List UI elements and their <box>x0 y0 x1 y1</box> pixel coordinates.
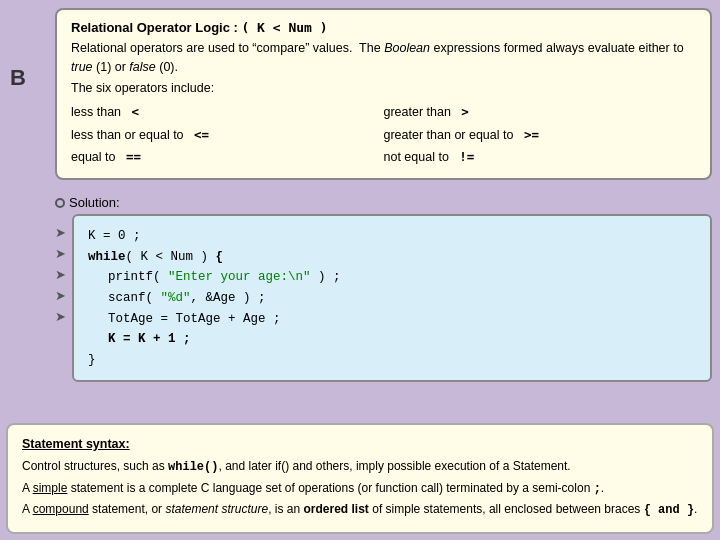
relational-title-text: Relational Operator Logic : <box>71 20 241 35</box>
code-line-2: while( K < Num ) { <box>88 247 696 268</box>
op-less-than-equal: less than or equal to <= <box>71 124 384 146</box>
code-section: Solution: ➤ ➤ ➤ ➤ ➤ ➤ K = 0 ; while( K <… <box>55 195 712 382</box>
brace-symbols: { and } <box>644 503 694 517</box>
relational-title: Relational Operator Logic : ( K < Num ) <box>71 20 696 35</box>
true-word: true <box>71 60 93 74</box>
op-greater-than: greater than > <box>384 101 697 123</box>
solution-bullet <box>55 198 65 208</box>
simple-underline: simple <box>33 481 68 495</box>
op-not-equal: not equal to != <box>384 146 697 168</box>
arrow-3: ➤ <box>55 264 66 285</box>
syntax-line-1: Control structures, such as while(), and… <box>22 457 698 477</box>
ordered-list-bold: ordered list <box>304 502 369 516</box>
operators-table: less than < greater than > less than or … <box>71 101 696 168</box>
relational-title-code: ( K < Num ) <box>241 20 327 35</box>
code-line-1: K = 0 ; <box>88 226 696 247</box>
code-line-6: K = K + 1 ; <box>88 329 696 350</box>
syntax-title: Statement syntax: <box>22 435 698 454</box>
code-area: ➤ ➤ ➤ ➤ ➤ ➤ K = 0 ; while( K < Num ) { p… <box>55 214 712 382</box>
solution-text2: tion: <box>95 195 120 210</box>
code-line-5: TotAge = TotAge + Age ; <box>88 309 696 330</box>
code-line-7: } <box>88 350 696 371</box>
code-line-3: printf( "Enter your age:\n" ) ; <box>88 267 696 288</box>
relational-operator-box: Relational Operator Logic : ( K < Num ) … <box>55 8 712 180</box>
arrow-4: ➤ <box>55 285 66 306</box>
arrows-column: ➤ ➤ ➤ ➤ ➤ ➤ <box>55 214 66 382</box>
syntax-line-3: A compound statement, or statement struc… <box>22 500 698 520</box>
while-ref: while() <box>168 460 218 474</box>
compound-underline: compound <box>33 502 89 516</box>
arrow-1: ➤ <box>55 222 66 243</box>
relational-desc2: The six operators include: <box>71 79 696 98</box>
code-box: K = 0 ; while( K < Num ) { printf( "Ente… <box>72 214 712 382</box>
op-equal: equal to == <box>71 146 384 168</box>
relational-desc1: Relational operators are used to “compar… <box>71 39 696 77</box>
syntax-box: Statement syntax: Control structures, su… <box>6 423 714 534</box>
b-label: B <box>10 65 26 91</box>
false-word: false <box>129 60 155 74</box>
code-line-4: scanf( "%d", &Age ) ; <box>88 288 696 309</box>
solution-text: Solu <box>69 195 95 210</box>
solution-label: Solution: <box>55 195 712 210</box>
statement-structure-italic: statement structure <box>165 502 268 516</box>
arrow-2: ➤ <box>55 243 66 264</box>
while-keyword: while <box>88 250 126 264</box>
syntax-line-2: A simple statement is a complete C langu… <box>22 479 698 499</box>
arrow-5: ➤ <box>55 306 66 327</box>
op-less-than: less than < <box>71 101 384 123</box>
op-greater-than-equal: greater than or equal to >= <box>384 124 697 146</box>
semicolon-symbol: ; <box>594 482 601 496</box>
boolean-word: Boolean <box>384 41 430 55</box>
